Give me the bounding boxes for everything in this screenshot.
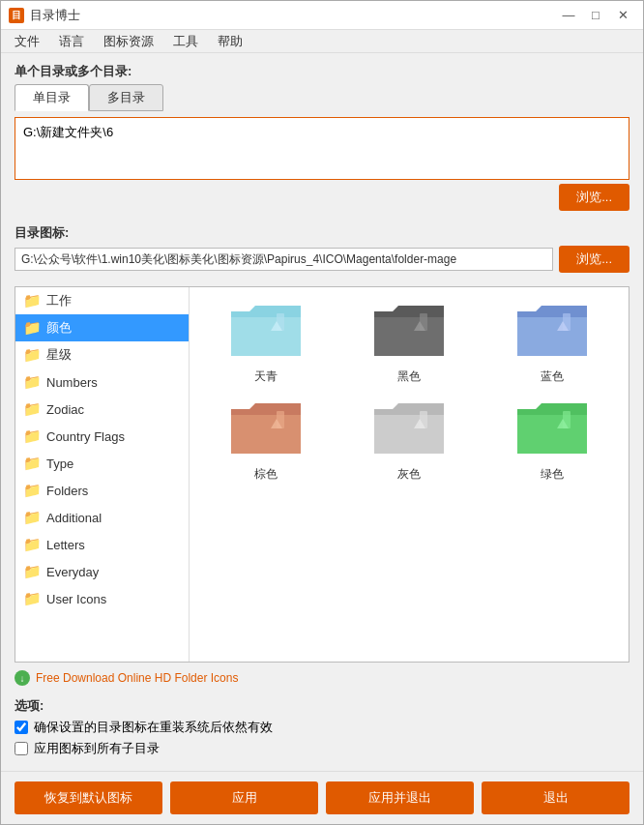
- icon-cell-4[interactable]: 灰色: [342, 395, 476, 483]
- checkbox-1[interactable]: [15, 721, 28, 734]
- folder-icon-4: 📁: [23, 400, 42, 418]
- options-label: 选项:: [15, 697, 629, 715]
- icon-label-4: 灰色: [397, 466, 421, 483]
- sidebar-label-1: 颜色: [46, 319, 72, 337]
- sidebar-label-4: Zodiac: [46, 402, 84, 417]
- icon-label-3: 棕色: [254, 466, 278, 483]
- icon-label-0: 天青: [254, 368, 278, 385]
- checkbox-2[interactable]: [15, 742, 28, 755]
- sidebar-item-0[interactable]: 📁 工作: [15, 287, 189, 314]
- path-textarea[interactable]: G:\新建文件夹\6: [23, 124, 621, 170]
- exit-button[interactable]: 退出: [482, 781, 629, 814]
- icon-path-input[interactable]: [15, 248, 553, 271]
- icon-cell-1[interactable]: 黑色: [342, 297, 476, 385]
- menu-file[interactable]: 文件: [5, 31, 49, 52]
- sidebar-label-11: User Icons: [46, 592, 106, 606]
- ad-link[interactable]: Free Download Online HD Folder Icons: [36, 671, 238, 685]
- folder-icon-11: 📁: [23, 590, 42, 607]
- folder-icon-5: 📁: [23, 427, 42, 445]
- folder-icon-6: 📁: [23, 455, 42, 472]
- folder-img-3: [227, 395, 305, 462]
- folder-svg-brown: [228, 398, 304, 460]
- icon-path-section: 目录图标: 浏览...: [15, 224, 629, 279]
- folder-img-1: [370, 297, 448, 365]
- path-input-container: G:\新建文件夹\6: [15, 117, 629, 180]
- sidebar-label-3: Numbers: [46, 375, 98, 390]
- folder-icon-1: 📁: [23, 319, 42, 337]
- directory-section-label: 单个目录或多个目录:: [15, 63, 629, 80]
- app-icon: 目: [9, 8, 24, 23]
- ad-link-row: ↓ Free Download Online HD Folder Icons: [15, 670, 629, 686]
- sidebar-item-8[interactable]: 📁 Additional: [15, 504, 189, 531]
- folder-icon-3: 📁: [23, 373, 42, 391]
- ad-icon: ↓: [15, 670, 30, 686]
- folder-img-5: [513, 395, 591, 462]
- folder-svg-green: [514, 398, 590, 460]
- folder-svg-blue: [514, 300, 590, 363]
- close-button[interactable]: ✕: [610, 5, 635, 26]
- checkbox-2-label: 应用图标到所有子目录: [34, 740, 160, 757]
- tab-multi[interactable]: 多目录: [89, 84, 163, 111]
- sidebar-item-5[interactable]: 📁 Country Flags: [15, 423, 189, 450]
- icon-cell-2[interactable]: 蓝色: [485, 297, 619, 385]
- sidebar-label-7: Folders: [46, 484, 88, 498]
- icon-cell-0[interactable]: 天青: [199, 297, 333, 385]
- folder-icon-7: 📁: [23, 482, 42, 499]
- browse-button-1[interactable]: 浏览...: [559, 184, 629, 211]
- sidebar-item-3[interactable]: 📁 Numbers: [15, 368, 189, 396]
- folder-icon-10: 📁: [23, 563, 42, 580]
- sidebar-item-10[interactable]: 📁 Everyday: [15, 558, 189, 585]
- icon-cell-5[interactable]: 绿色: [485, 395, 619, 483]
- folder-img-4: [370, 395, 448, 462]
- folder-icon-9: 📁: [23, 536, 42, 553]
- maximize-button[interactable]: □: [583, 5, 608, 26]
- restore-button[interactable]: 恢复到默认图标: [15, 781, 162, 814]
- folder-icon-2: 📁: [23, 346, 42, 364]
- folder-svg-dark: [371, 300, 447, 363]
- apply-button[interactable]: 应用: [170, 781, 318, 814]
- icon-grid-container: 天青 黑色: [190, 287, 629, 662]
- folder-svg-gray: [371, 398, 447, 460]
- sidebar-item-1[interactable]: 📁 颜色: [15, 314, 189, 341]
- icon-path-row: 浏览...: [15, 246, 629, 273]
- checkbox-row-1: 确保设置的目录图标在重装系统后依然有效: [15, 719, 629, 736]
- sidebar-label-0: 工作: [46, 292, 72, 309]
- sidebar-label-10: Everyday: [46, 565, 99, 579]
- menu-icon-resources[interactable]: 图标资源: [94, 31, 163, 52]
- sidebar-label-6: Type: [46, 457, 73, 471]
- sidebar-label-2: 星级: [46, 346, 72, 364]
- minimize-button[interactable]: —: [556, 5, 581, 26]
- footer-buttons: 恢复到默认图标 应用 应用并退出 退出: [1, 771, 643, 824]
- tab-row: 单目录 多目录: [15, 84, 629, 111]
- window-controls: — □ ✕: [556, 5, 635, 26]
- sidebar-item-9[interactable]: 📁 Letters: [15, 531, 189, 558]
- folder-img-2: [513, 297, 591, 365]
- menu-tools[interactable]: 工具: [163, 31, 208, 52]
- directory-section: 单个目录或多个目录: 单目录 多目录 G:\新建文件夹\6 浏览...: [15, 63, 629, 217]
- icon-cell-3[interactable]: 棕色: [199, 395, 333, 483]
- sidebar-list: 📁 工作 📁 颜色 📁 星级 📁 Numbers 📁 Zodiac: [15, 287, 190, 662]
- icon-browser-area: 📁 工作 📁 颜色 📁 星级 📁 Numbers 📁 Zodiac: [15, 286, 629, 663]
- browse-button-2[interactable]: 浏览...: [559, 246, 629, 273]
- window-title: 目录博士: [30, 7, 556, 24]
- sidebar-item-4[interactable]: 📁 Zodiac: [15, 396, 189, 423]
- icon-label-5: 绿色: [541, 466, 564, 483]
- menu-language[interactable]: 语言: [49, 31, 94, 52]
- sidebar-label-5: Country Flags: [46, 429, 125, 444]
- main-content: 单个目录或多个目录: 单目录 多目录 G:\新建文件夹\6 浏览... 目录图标…: [1, 53, 643, 771]
- main-window: 目 目录博士 — □ ✕ 文件 语言 图标资源 工具 帮助 单个目录或多个目录:…: [0, 0, 644, 825]
- tab-single[interactable]: 单目录: [15, 84, 89, 111]
- apply-exit-button[interactable]: 应用并退出: [326, 781, 474, 814]
- sidebar-label-8: Additional: [46, 511, 102, 525]
- folder-icon-0: 📁: [23, 292, 42, 309]
- sidebar-item-2[interactable]: 📁 星级: [15, 341, 189, 368]
- icon-label-2: 蓝色: [541, 368, 564, 385]
- menu-help[interactable]: 帮助: [208, 31, 252, 52]
- folder-icon-8: 📁: [23, 509, 42, 526]
- icon-label-1: 黑色: [397, 368, 421, 385]
- sidebar-item-6[interactable]: 📁 Type: [15, 450, 189, 477]
- icon-grid: 天青 黑色: [199, 297, 619, 483]
- sidebar-item-11[interactable]: 📁 User Icons: [15, 585, 189, 612]
- sidebar-item-7[interactable]: 📁 Folders: [15, 477, 189, 504]
- menu-bar: 文件 语言 图标资源 工具 帮助: [1, 30, 643, 53]
